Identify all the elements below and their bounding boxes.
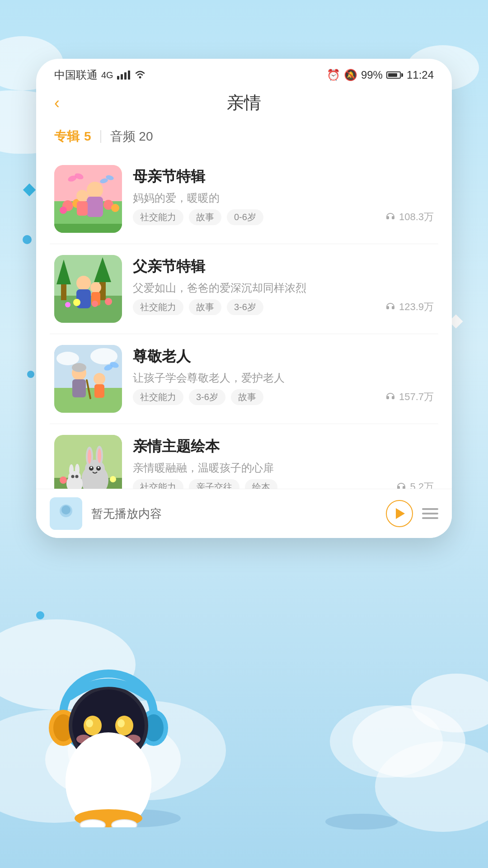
playlist-button[interactable]	[422, 508, 438, 519]
svg-point-69	[88, 449, 91, 464]
svg-point-57	[94, 373, 105, 385]
play-count: 108.3万	[385, 210, 434, 224]
album-thumbnail	[54, 435, 122, 489]
album-item[interactable]: 亲情主题绘本 亲情暖融融，温暖孩子的心扉 社交能力亲子交往绘本 5.2万	[50, 424, 438, 489]
tag: 故事	[231, 389, 263, 405]
tag: 社交能力	[133, 389, 183, 405]
svg-point-54	[72, 363, 86, 372]
decoration-diamond-1	[23, 184, 36, 196]
phone-card: 中国联通 4G ⏰ 🔕 99%	[36, 59, 452, 538]
header: ‹ 亲情	[36, 87, 452, 123]
battery-body	[386, 71, 401, 79]
album-title: 尊敬老人	[133, 347, 434, 367]
tag: 亲子交往	[189, 479, 239, 489]
tags-left: 社交能力3-6岁故事	[133, 389, 263, 405]
album-thumbnail	[54, 165, 122, 233]
tag: 故事	[189, 209, 221, 225]
album-description: 父爱如山，爸爸的爱深沉却同样浓烈	[133, 280, 434, 296]
play-triangle-icon	[396, 508, 405, 519]
svg-point-29	[76, 190, 88, 202]
tag: 故事	[189, 299, 221, 315]
svg-point-9	[115, 716, 133, 736]
svg-point-98	[61, 505, 70, 514]
play-count-text: 157.7万	[399, 390, 434, 404]
albums-count: 5	[84, 129, 91, 144]
bg-cloud-5	[352, 705, 465, 778]
signal-bar-1	[117, 76, 119, 80]
tag: 社交能力	[133, 479, 183, 489]
play-button[interactable]	[386, 500, 413, 527]
svg-rect-28	[87, 197, 103, 217]
album-info: 父亲节特辑 父爱如山，爸爸的爱深沉却同样浓烈 社交能力故事3-6岁 123.9万	[133, 255, 434, 315]
svg-point-71	[98, 448, 101, 463]
signal-bar-2	[121, 74, 123, 80]
battery-percent: 99%	[361, 69, 383, 81]
stats-bar: 专辑 5 音频 20	[36, 123, 452, 154]
battery-tip	[401, 73, 403, 77]
time-display: 11:24	[407, 69, 434, 81]
tags-row: 社交能力故事3-6岁 123.9万	[133, 299, 434, 315]
svg-point-16	[80, 820, 105, 827]
album-item[interactable]: 母亲节特辑 妈妈的爱，暖暖的 社交能力故事0-6岁 108.3万	[50, 154, 438, 244]
svg-point-10	[86, 719, 93, 727]
wifi-icon	[134, 69, 146, 81]
album-item[interactable]: 尊敬老人 让孩子学会尊敬老人，爱护老人 社交能力3-6岁故事 157.7万	[50, 334, 438, 424]
svg-rect-21	[54, 224, 122, 233]
svg-point-78	[69, 464, 74, 476]
album-info: 尊敬老人 让孩子学会尊敬老人，爱护老人 社交能力3-6岁故事 157.7万	[133, 345, 434, 405]
album-description: 妈妈的爱，暖暖的	[133, 190, 434, 206]
svg-point-47	[65, 302, 70, 307]
svg-point-79	[75, 464, 80, 476]
tag: 社交能力	[133, 299, 183, 315]
status-right: ⏰ 🔕 99% 11:24	[327, 69, 434, 81]
headphone-icon	[385, 212, 395, 222]
album-title: 母亲节特辑	[133, 167, 434, 187]
alarm-icon: ⏰	[327, 69, 340, 81]
page-title: 亲情	[227, 91, 261, 114]
svg-point-81	[75, 475, 79, 478]
play-count-text: 5.2万	[410, 480, 434, 489]
decoration-dot-2	[27, 371, 34, 378]
album-title: 亲情主题绘本	[133, 437, 434, 457]
back-button[interactable]: ‹	[54, 94, 60, 113]
album-item[interactable]: 父亲节特辑 父爱如山，爸爸的爱深沉却同样浓烈 社交能力故事3-6岁 123.9万	[50, 244, 438, 334]
stats-albums: 专辑 5	[54, 128, 91, 145]
status-bar: 中国联通 4G ⏰ 🔕 99%	[36, 59, 452, 87]
svg-point-27	[87, 182, 103, 198]
carrier-text: 中国联通	[54, 68, 98, 82]
network-type: 4G	[101, 70, 113, 80]
svg-point-74	[90, 467, 92, 468]
tag: 绘本	[245, 479, 277, 489]
tag: 社交能力	[133, 209, 183, 225]
svg-point-11	[117, 719, 125, 727]
tags-row: 社交能力3-6岁故事 157.7万	[133, 389, 434, 405]
svg-rect-58	[94, 384, 104, 398]
status-left: 中国联通 4G	[54, 68, 146, 82]
tags-row: 社交能力故事0-6岁 108.3万	[133, 209, 434, 225]
svg-point-43	[90, 282, 101, 293]
signal-bar-3	[124, 72, 127, 80]
list-line-1	[422, 508, 438, 510]
svg-point-48	[105, 298, 112, 305]
album-thumbnail	[54, 255, 122, 323]
signal-bars	[117, 71, 130, 80]
list-line-3	[422, 517, 438, 519]
album-description: 亲情暖融融，温暖孩子的心扉	[133, 460, 434, 476]
stats-divider	[100, 130, 101, 143]
albums-label: 专辑	[54, 128, 80, 145]
mute-icon: 🔕	[344, 69, 357, 81]
tag: 0-6岁	[227, 209, 263, 225]
list-line-2	[422, 513, 438, 514]
play-count-text: 108.3万	[399, 210, 434, 224]
svg-point-64	[110, 476, 116, 482]
play-bar: 暂无播放内容	[36, 489, 452, 538]
svg-rect-55	[72, 379, 86, 397]
tags-left: 社交能力故事3-6岁	[133, 299, 263, 315]
battery-fill	[388, 73, 397, 77]
content-list[interactable]: 母亲节特辑 妈妈的爱，暖暖的 社交能力故事0-6岁 108.3万	[36, 154, 452, 489]
svg-point-41	[76, 276, 91, 290]
robot-mascot	[45, 656, 172, 827]
freq-label: 音频 20	[110, 128, 153, 145]
decoration-dot-3	[36, 611, 44, 619]
svg-point-24	[60, 207, 67, 214]
